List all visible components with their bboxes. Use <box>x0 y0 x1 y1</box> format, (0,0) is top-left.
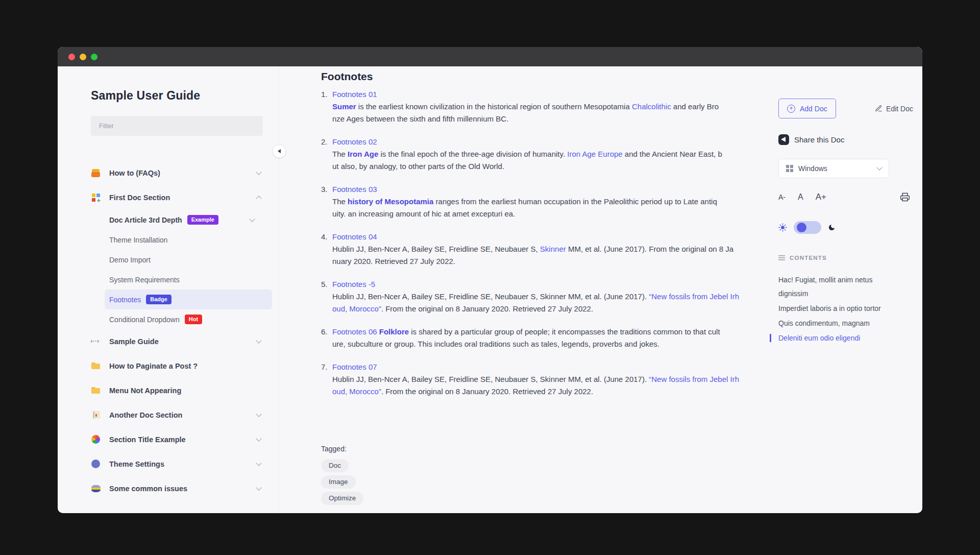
sun-icon <box>778 223 787 232</box>
footnote-link[interactable]: Footnotes 01 <box>332 88 719 101</box>
font-decrease-button[interactable]: A- <box>778 193 786 201</box>
tags-list: DocImageOptimize <box>321 459 777 505</box>
footnote-text: Hublin JJ, Ben-Ncer A, Bailey SE, Freidl… <box>332 245 540 253</box>
footnote-number: 4. <box>321 231 332 268</box>
chevron-down-icon[interactable] <box>256 337 261 343</box>
moon-icon <box>828 224 836 231</box>
footnote-inline-link[interactable]: “New fossils from Jebel Irh <box>649 375 739 383</box>
footnote-content: Footnotes 02The Iron Age is the final ep… <box>332 136 722 173</box>
contents-item[interactable]: Quis condimentum, magnam <box>778 317 897 330</box>
contents-list: Hac! Fugiat, mollit anim netus dignissim… <box>778 273 897 345</box>
edit-doc-button[interactable]: Edit Doc <box>875 105 913 113</box>
badge-hot: Hot <box>185 315 202 324</box>
hamburger-icon <box>778 255 785 260</box>
footnote-link[interactable]: Footnotes 04 <box>332 231 733 243</box>
share-doc-button[interactable]: Share this Doc <box>778 134 913 145</box>
footnote-body: The Iron Age is the final epoch of the t… <box>332 148 722 173</box>
footnote-content: Footnotes 01Sumer is the earliest known … <box>332 88 719 125</box>
filter-input[interactable] <box>91 116 263 136</box>
footnote-inline-link[interactable]: Iron Age <box>348 150 378 158</box>
tag-optimize[interactable]: Optimize <box>321 492 363 505</box>
sidebar-item-demo-import[interactable]: Demo Import <box>105 250 272 270</box>
footnote-link[interactable]: Footnotes 07 <box>332 361 739 373</box>
chevron-down-icon[interactable] <box>256 485 261 490</box>
sidebar-item-another-doc-section[interactable]: Another Doc Section <box>58 403 279 427</box>
footnote-inline-link[interactable]: “New fossils from Jebel Irh <box>649 292 739 301</box>
footnote-inline-link[interactable]: Chalcolithic <box>632 102 671 111</box>
grid-icon <box>91 192 101 203</box>
footnote-inline-link[interactable]: oud, Morocco” <box>332 304 381 313</box>
footnote-body: The history of Mesopotamia ranges from t… <box>332 196 717 220</box>
footnote-inline-link[interactable]: history of Mesopotamia <box>348 197 433 206</box>
footnote-text: . From the original on 8 January 2020. R… <box>381 304 593 313</box>
sidebar-nav: How to (FAQs)First Doc SectionDoc Articl… <box>58 161 279 501</box>
font-increase-button[interactable]: A+ <box>816 192 826 202</box>
sidebar-item-conditional-dropdown[interactable]: Conditional DropdownHot <box>105 309 272 329</box>
sidebar-item-how-to-faqs[interactable]: How to (FAQs) <box>58 161 279 185</box>
chevron-down-icon[interactable] <box>249 216 255 222</box>
footnote-inline-link[interactable]: Folklore <box>379 327 409 336</box>
contents-item[interactable]: Hac! Fugiat, mollit anim netus dignissim <box>778 273 897 301</box>
window-content: Sample User Guide How to (FAQs)First Doc… <box>58 66 922 513</box>
footnote-link[interactable]: Footnotes 02 <box>332 136 722 148</box>
sidebar-item-label: Footnotes <box>109 296 141 304</box>
tag-image[interactable]: Image <box>321 475 356 489</box>
platform-select[interactable]: Windows <box>778 159 889 178</box>
sidebar-item-some-common-issues[interactable]: Some common issues <box>58 476 279 501</box>
sidebar-item-footnotes[interactable]: FootnotesBadge <box>105 289 272 309</box>
footnote-text: and the Ancient Near East, b <box>623 150 722 158</box>
chevron-down-icon[interactable] <box>256 169 261 175</box>
sidebar-item-theme-installation[interactable]: Theme Installation <box>105 230 272 250</box>
tagged-label: Tagged: <box>321 444 777 454</box>
footnote-inline-link[interactable]: Footnotes 06 <box>332 327 377 336</box>
chevron-down-icon[interactable] <box>256 436 261 441</box>
contents-item-active[interactable]: Deleniti eum odio eligendi <box>778 331 897 345</box>
dark-mode-toggle[interactable] <box>794 221 821 234</box>
minimize-button[interactable] <box>80 54 86 60</box>
maximize-button[interactable] <box>91 54 97 60</box>
sidebar-item-section-title-example[interactable]: Section Title Example <box>58 427 279 452</box>
footnote-body: Footnotes 06 Folklore is shared by a par… <box>332 326 720 350</box>
sidebar-item-how-to-paginate-a-post[interactable]: How to Paginate a Post ? <box>58 354 279 378</box>
right-sidebar: Add Doc Edit Doc Share this Doc Windows <box>777 66 922 513</box>
footnote-text: The <box>332 197 348 206</box>
circle-icon <box>91 459 101 469</box>
font-normal-button[interactable]: A <box>798 192 803 202</box>
chevron-down-icon[interactable] <box>256 460 261 466</box>
footnote-text: ut also, by analogy, to other parts of t… <box>332 162 504 171</box>
close-button[interactable] <box>68 54 75 60</box>
sidebar-item-label: Another Doc Section <box>109 411 182 419</box>
flower-icon <box>91 435 101 445</box>
edit-pencil-icon <box>875 105 883 112</box>
sidebar-item-menu-not-appearing[interactable]: Menu Not Appearing <box>58 378 279 403</box>
sidebar-item-theme-settings[interactable]: Theme Settings <box>58 452 279 476</box>
footnote-link[interactable]: Footnotes 03 <box>332 183 717 196</box>
sidebar-item-system-requirements[interactable]: System Requirements <box>105 270 272 289</box>
footnote-inline-link[interactable]: Skinner <box>540 245 566 253</box>
tag-doc[interactable]: Doc <box>321 459 349 472</box>
footnote-number: 2. <box>321 136 332 173</box>
print-button[interactable] <box>900 192 910 202</box>
footnote-link[interactable]: Footnotes -5 <box>332 278 739 291</box>
add-doc-button[interactable]: Add Doc <box>778 99 836 118</box>
site-title: Sample User Guide <box>91 89 279 103</box>
footnote-inline-link[interactable]: Iron Age Europe <box>567 150 622 158</box>
footnote-text: uity. an increasing amount of hic at ame… <box>332 209 515 218</box>
contents-item[interactable]: Imperdiet laboris a in optio tortor <box>778 302 897 316</box>
footnote-item: 3.Footnotes 03The history of Mesopotamia… <box>321 183 777 220</box>
sidebar-item-doc-article-3rd-depth[interactable]: Doc Article 3rd DepthExample <box>105 210 272 230</box>
main-content: Footnotes 1.Footnotes 01Sumer is the ear… <box>279 66 777 513</box>
theme-toggle-row <box>778 221 913 234</box>
footnote-text: is shared by a particular group of peopl… <box>409 327 720 336</box>
footnote-content: Footnotes -5Hublin JJ, Ben-Ncer A, Baile… <box>332 278 739 315</box>
sidebar-item-sample-guide[interactable]: Sample Guide <box>58 329 279 354</box>
burger-icon <box>91 484 101 494</box>
footnote-inline-link[interactable]: Sumer <box>332 102 356 111</box>
sidebar-collapse-button[interactable] <box>273 144 286 158</box>
chevron-up-icon[interactable] <box>256 196 261 201</box>
share-label: Share this Doc <box>794 135 844 144</box>
chevron-down-icon[interactable] <box>256 411 261 417</box>
footnote-inline-link[interactable]: oud, Morocco” <box>332 387 381 396</box>
footnote-body: Hublin JJ, Ben-Ncer A, Bailey SE, Freidl… <box>332 243 733 268</box>
sidebar-item-first-doc-section[interactable]: First Doc Section <box>58 185 279 210</box>
